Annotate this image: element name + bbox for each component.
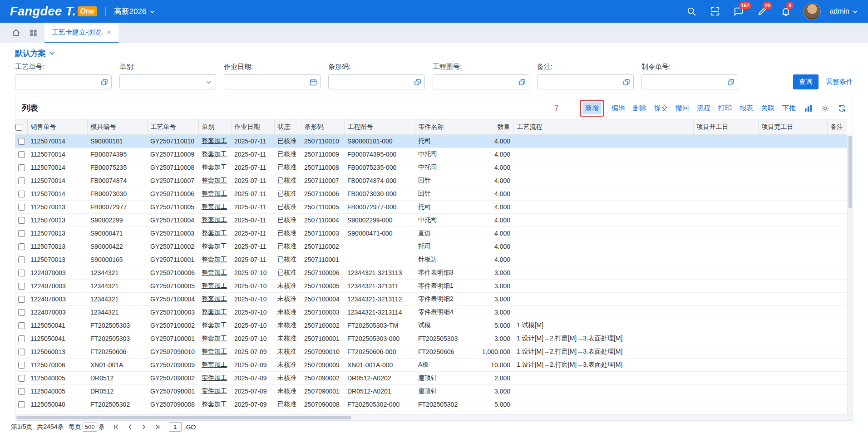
col-header-part-name[interactable]: 零件名称 <box>415 119 475 135</box>
col-header-order-type[interactable]: 单别 <box>198 119 231 135</box>
lookup-icon[interactable] <box>518 78 527 87</box>
col-header-remark[interactable]: 备注 <box>827 119 847 135</box>
col-header-barcode[interactable]: 条形码 <box>301 119 344 135</box>
order-type-link[interactable]: 整套加工 <box>202 335 227 342</box>
table-row[interactable]: 122407000312344321GY2507100005整套加工2025-0… <box>15 280 847 293</box>
order-type-link[interactable]: 整套加工 <box>202 190 227 197</box>
order-type-link[interactable]: 整套加工 <box>202 216 227 223</box>
lookup-icon[interactable] <box>622 78 631 87</box>
table-row[interactable]: 1125070014FB00074395GY2507110009整套加工2025… <box>15 148 847 161</box>
toolbar-button-edit[interactable]: 编辑 <box>612 104 625 113</box>
user-menu[interactable]: admin <box>829 7 858 15</box>
table-row[interactable]: 1125070013S90000471GY2507110003整套加工2025-… <box>15 227 847 240</box>
org-switcher[interactable]: 高新2026 <box>114 6 156 17</box>
table-row[interactable]: 1125070006XN01-001AGY2507090009整套加工2025-… <box>15 359 847 372</box>
row-checkbox[interactable] <box>18 283 25 290</box>
col-header-mold-no[interactable]: 模具编号 <box>87 119 147 135</box>
lookup-icon[interactable] <box>100 78 109 87</box>
col-header-process-flow[interactable]: 工艺流程 <box>513 119 693 135</box>
row-checkbox[interactable] <box>18 191 25 197</box>
row-checkbox[interactable] <box>18 296 25 303</box>
message-icon[interactable]: 167 <box>733 6 744 17</box>
order-type-link[interactable]: 零件加工 <box>202 374 227 381</box>
vertical-scrollbar[interactable] <box>847 135 853 414</box>
order-type-link[interactable]: 整套加工 <box>202 282 227 289</box>
horizontal-scrollbar-thumb[interactable] <box>16 416 351 419</box>
go-button[interactable]: GO <box>186 423 196 431</box>
table-row[interactable]: 1125060013FT20250606GY2507090010整套加工2025… <box>15 345 847 359</box>
avatar[interactable] <box>804 3 820 20</box>
lookup-icon[interactable] <box>413 78 422 87</box>
order-type-link[interactable]: 整套加工 <box>202 137 227 144</box>
toolbar-button-flow[interactable]: 流程 <box>697 104 710 113</box>
table-row[interactable]: 122407000312344321GY2507100003整套加工2025-0… <box>15 306 847 319</box>
table-row[interactable]: 1125070014FB00073030GY2507110006整套加工2025… <box>15 187 847 201</box>
order-type-link[interactable]: 整套加工 <box>202 177 227 184</box>
col-header-process-card-no[interactable]: 工艺单号 <box>147 119 198 135</box>
order-type-link[interactable]: 整套加工 <box>202 150 227 157</box>
edit-icon[interactable]: 20 <box>757 6 768 17</box>
page-size-input[interactable]: 500 <box>83 423 97 432</box>
row-checkbox[interactable] <box>18 256 25 263</box>
toolbar-button-pushdown[interactable]: 下推 <box>782 104 796 113</box>
refresh-icon[interactable] <box>837 103 846 113</box>
page-number-input[interactable] <box>169 423 181 430</box>
order-type-link[interactable]: 整套加工 <box>202 203 227 210</box>
order-type-link[interactable]: 零件加工 <box>202 387 227 394</box>
table-row[interactable]: 1125050041FT202505303GY2507100001整套加工202… <box>15 332 847 345</box>
table-row[interactable]: 1125070013S90002299GY2507110004整套加工2025-… <box>15 214 847 227</box>
table-row[interactable]: 1125070013S90000422GY2507110002整套加工2025-… <box>15 240 847 253</box>
col-header-sales-order-no[interactable]: 销售单号 <box>27 119 87 135</box>
close-icon[interactable]: × <box>107 29 111 36</box>
horizontal-scrollbar[interactable] <box>15 414 853 420</box>
table-row[interactable]: 1125040005DR0512GY2507090001零件加工2025-07-… <box>15 385 847 398</box>
lookup-icon[interactable] <box>726 78 735 87</box>
filter-input-process-card-no[interactable] <box>20 79 100 86</box>
scan-icon[interactable] <box>710 6 720 17</box>
order-type-link[interactable]: 整套加工 <box>202 321 227 329</box>
table-row[interactable]: 1125070014FB00075235GY2507110008整套加工2025… <box>15 161 847 174</box>
row-checkbox[interactable] <box>18 401 25 408</box>
next-page-icon[interactable] <box>140 423 147 430</box>
order-type-link[interactable]: 整套加工 <box>202 361 227 368</box>
chevron-down-icon[interactable] <box>204 78 213 87</box>
first-page-icon[interactable] <box>113 423 120 430</box>
row-checkbox[interactable] <box>18 217 25 224</box>
table-row[interactable]: 1125070013FB00072977GY2507110005整套加工2025… <box>15 201 847 214</box>
order-type-link[interactable]: 整套加工 <box>202 242 227 250</box>
filter-input-drawing-no[interactable] <box>437 79 518 86</box>
row-checkbox[interactable] <box>18 362 25 369</box>
order-type-link[interactable]: 整套加工 <box>202 256 227 263</box>
row-checkbox[interactable] <box>18 388 25 395</box>
row-checkbox[interactable] <box>18 177 25 184</box>
table-row[interactable]: 1125050040FT202505302GY2507090008整套加工202… <box>15 398 847 411</box>
row-checkbox[interactable] <box>18 309 25 316</box>
row-checkbox[interactable] <box>18 335 25 342</box>
row-checkbox[interactable] <box>18 322 25 329</box>
filter-input-order-type[interactable] <box>124 79 204 86</box>
col-header-project-start-date[interactable]: 项目开工日 <box>693 119 758 135</box>
table-row[interactable]: 122407000312344321GY2507100006整套加工2025-0… <box>15 266 847 280</box>
filter-input-barcode[interactable] <box>333 79 413 86</box>
bell-icon[interactable]: 8 <box>780 6 791 17</box>
row-checkbox[interactable] <box>18 151 25 158</box>
table-row[interactable]: 1125040005DR0512GY2507090002零件加工2025-07-… <box>15 372 847 385</box>
col-header-quantity[interactable]: 数量 <box>475 119 513 135</box>
apps-grid-icon[interactable] <box>25 23 42 43</box>
filter-input-work-date[interactable] <box>228 79 309 86</box>
last-page-icon[interactable] <box>154 423 161 430</box>
toolbar-button-withdraw[interactable]: 撤回 <box>676 104 689 113</box>
row-checkbox[interactable] <box>18 204 25 211</box>
toolbar-button-relate[interactable]: 关联 <box>761 104 774 113</box>
row-checkbox[interactable] <box>18 349 25 355</box>
chart-icon[interactable] <box>804 103 813 113</box>
col-header-status[interactable]: 状态 <box>274 119 301 135</box>
table-row[interactable]: 1125070014S90000101GY2507110010整套加工2025-… <box>15 135 847 148</box>
order-type-link[interactable]: 整套加工 <box>202 400 227 408</box>
toolbar-button-report[interactable]: 报表 <box>740 104 753 113</box>
col-header-work-date[interactable]: 作业日期 <box>231 119 274 135</box>
toolbar-button-delete[interactable]: 删除 <box>633 104 646 113</box>
select-all-checkbox[interactable] <box>15 124 22 131</box>
row-checkbox[interactable] <box>18 164 25 171</box>
order-type-link[interactable]: 整套加工 <box>202 295 227 302</box>
